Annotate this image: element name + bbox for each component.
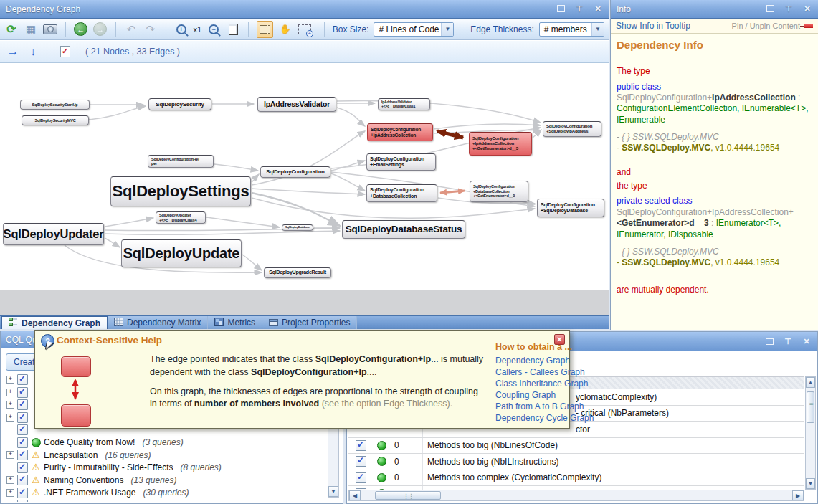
query-group-row[interactable]: +Statistics(12 queries)	[2, 499, 326, 502]
graph-node-SqlDeployUpdater-DisplayClass4[interactable]: SqlDeployUpdater+<>c__DisplayClass4	[156, 211, 206, 224]
scroll-down-icon[interactable]: ▼	[806, 478, 815, 489]
minimize-icon[interactable]	[556, 5, 566, 14]
show-info-in-tooltip-link[interactable]: Show Info in Tooltip	[616, 21, 690, 31]
graph-node-SqlDeploySecurityStartUp[interactable]: SqlDeploySecurityStartUp	[20, 100, 90, 110]
graph-node-SqlDeployDatabase[interactable]: SqlDeployDatabase	[282, 224, 313, 231]
mutual-edge-database-collection[interactable]	[440, 191, 465, 193]
zoom-in-button[interactable]: +	[174, 22, 189, 37]
graph-node-SqlDeploySettings[interactable]: SqlDeploySettings	[110, 176, 251, 206]
expander-icon[interactable]: +	[6, 389, 14, 396]
export-button[interactable]: ▦	[24, 22, 38, 37]
redo-button[interactable]: ↷	[143, 22, 158, 37]
graph-node-SqlDeployUpdate[interactable]: SqlDeployUpdate	[121, 239, 242, 267]
graph-node-SqlDeployDatabaseStatus[interactable]: SqlDeployDatabaseStatus	[342, 220, 465, 239]
undo-button[interactable]: ↶	[124, 22, 138, 37]
graph-canvas[interactable]: SqlDeploySecurityStartUpSqlDeploySecurit…	[0, 63, 609, 315]
query-group-row[interactable]: +⚠Purity - Immutability - Side-Effects(8…	[2, 462, 326, 475]
graph-node-SqlDeployConfiguration-IpAddressCollection-GetEnumerator-d3[interactable]: SqlDeployConfiguration+IpAddressCollecti…	[469, 132, 532, 156]
select-tool-button[interactable]	[257, 21, 273, 38]
minimize-icon[interactable]	[764, 338, 774, 346]
close-icon[interactable]: ✕	[802, 4, 812, 14]
result-checkbox[interactable]	[356, 440, 366, 451]
edge-thickness-dropdown[interactable]: # members ▼	[539, 22, 604, 37]
pushpin-icon[interactable]	[804, 24, 813, 28]
zoom-out-button[interactable]: −	[206, 22, 221, 37]
validate-button[interactable]	[58, 44, 72, 60]
help-link-callers---callees-graph[interactable]: Callers - Callees Graph	[495, 366, 567, 378]
scroll-up-icon[interactable]: ▲	[806, 377, 815, 388]
expander-icon[interactable]: +	[6, 414, 14, 422]
results-horizontal-scrollbar[interactable]: ◀ ▶	[348, 490, 804, 501]
graph-node-SqlDeployConfiguration-IpAddressCollection[interactable]: SqlDeployConfiguration+IpAddressCollecti…	[367, 123, 433, 141]
query-checkbox[interactable]	[17, 475, 28, 485]
pan-tool-button[interactable]: ✋	[278, 22, 293, 37]
help-link-dependency-graph[interactable]: Dependency Graph	[495, 355, 567, 366]
screenshot-button[interactable]	[43, 22, 57, 37]
graph-node-SqlDeployConfiguration-EmailSettings[interactable]: SqlDeployConfiguration+EmailSettings	[366, 153, 436, 171]
graph-node-SqlDeployUpdater[interactable]: SqlDeployUpdater	[3, 223, 104, 245]
fit-page-button[interactable]	[226, 22, 240, 37]
help-link-class-inheritance-graph[interactable]: Class Inheritance Graph	[495, 378, 567, 389]
query-checkbox[interactable]	[17, 399, 28, 410]
layout-direction-right-button[interactable]: →	[6, 44, 20, 60]
close-icon[interactable]: ✕	[593, 4, 603, 14]
minimize-icon[interactable]	[765, 5, 775, 14]
query-group-row[interactable]: +⚠.NET Framework Usage(30 queries)	[2, 487, 326, 500]
tab-dependency-matrix[interactable]: Dependency Matrix	[108, 316, 208, 329]
graph-node-SqlDeploySecurity[interactable]: SqlDeploySecurity	[148, 98, 211, 110]
refresh-layout-button[interactable]: ⟳	[4, 22, 19, 37]
query-checkbox[interactable]	[17, 437, 28, 448]
result-checkbox[interactable]	[356, 456, 366, 467]
query-checkbox[interactable]	[17, 424, 28, 435]
graph-node-IpAddressValidator-DisplayClass1[interactable]: IpAddressValidator+<>c__DisplayClass1	[378, 98, 430, 110]
result-row[interactable]: 0Methods too big (NbILInstructions)	[348, 454, 804, 470]
help-link-dependency-cycle-graph[interactable]: Dependency Cycle Graph	[495, 412, 567, 424]
forward-button[interactable]: →	[93, 22, 108, 37]
graph-node-IpAddressValidator[interactable]: IpAddressValidator	[257, 97, 336, 112]
query-checkbox[interactable]	[17, 450, 28, 460]
result-row[interactable]: 0Methods too big (NbLinesOfCode)	[348, 438, 804, 455]
graph-node-SqlDeployConfiguration-SqlDeployDatabase[interactable]: SqlDeployConfiguration+SqlDeployDatabase	[537, 199, 604, 217]
query-checkbox[interactable]	[17, 462, 28, 473]
graph-node-SqlDeployUpgradeResult[interactable]: SqlDeployUpgradeResult	[264, 267, 331, 278]
result-row[interactable]: 0Methods too complex (CyclomaticComplexi…	[348, 470, 804, 487]
scrollbar-thumb[interactable]	[807, 391, 814, 423]
close-icon[interactable]: ✕	[802, 337, 812, 346]
tab-metrics[interactable]: Metrics	[208, 316, 262, 329]
graph-node-SqlDeploySecurityMVC[interactable]: SqlDeploySecurityMVC	[22, 115, 89, 125]
graph-node-SqlDeployConfiguration[interactable]: SqlDeployConfiguration	[260, 166, 330, 178]
graph-node-SqlDeployConfiguration-DatabaseCollection-GetEnumerator-d0[interactable]: SqlDeployConfiguration+DatabaseCollectio…	[470, 181, 528, 202]
expander-icon[interactable]: +	[6, 401, 14, 409]
scroll-right-icon[interactable]: ▶	[792, 490, 804, 500]
layout-direction-down-button[interactable]: ↓	[26, 44, 40, 60]
expander-icon[interactable]: +	[6, 376, 14, 384]
query-group-row[interactable]: +Code Quality from Now!(3 queries)	[2, 437, 326, 450]
query-group-row[interactable]: +⚠Encapsulation(16 queries)	[2, 449, 326, 462]
help-link-coupling-graph[interactable]: Coupling Graph	[495, 389, 567, 401]
scroll-down-icon[interactable]: ▼	[328, 486, 338, 497]
back-button[interactable]: ←	[74, 22, 88, 37]
tab-dependency-graph[interactable]: Dependency Graph	[1, 316, 108, 329]
query-checkbox[interactable]	[17, 500, 28, 502]
scrollbar-thumb[interactable]	[375, 491, 441, 500]
pin-icon[interactable]: ⊤	[574, 4, 584, 14]
box-size-dropdown[interactable]: # Lines of Code ▼	[374, 22, 454, 37]
query-checkbox[interactable]	[17, 374, 28, 385]
expander-icon[interactable]: +	[6, 476, 14, 484]
result-checkbox[interactable]	[356, 472, 366, 483]
query-checkbox[interactable]	[17, 488, 28, 498]
help-link-path-from-a-to-b-graph[interactable]: Path from A to B Graph	[495, 401, 567, 412]
pin-icon[interactable]: ⊤	[784, 4, 794, 14]
graph-node-SqlDeployConfiguration-DatabaseCollection[interactable]: SqlDeployConfiguration+DatabaseCollectio…	[366, 184, 437, 202]
scroll-left-icon[interactable]: ◀	[349, 490, 361, 500]
pin-icon[interactable]: ⊤	[783, 337, 793, 346]
graph-node-SqlDeployConfigurationHelper[interactable]: SqlDeployConfigurationHelper	[148, 155, 214, 168]
query-checkbox[interactable]	[17, 387, 28, 398]
tab-project-properties[interactable]: Project Properties	[262, 316, 357, 329]
expander-icon[interactable]: +	[6, 451, 14, 459]
query-group-row[interactable]: +⚠Naming Conventions(13 queries)	[2, 474, 326, 487]
zoom-area-tool-button[interactable]	[298, 22, 312, 37]
results-vertical-scrollbar[interactable]: ▲ ▼	[805, 376, 816, 490]
pin-unpin-content-link[interactable]: Pin / Unpin Content	[732, 22, 800, 30]
expander-icon[interactable]: +	[6, 489, 14, 497]
